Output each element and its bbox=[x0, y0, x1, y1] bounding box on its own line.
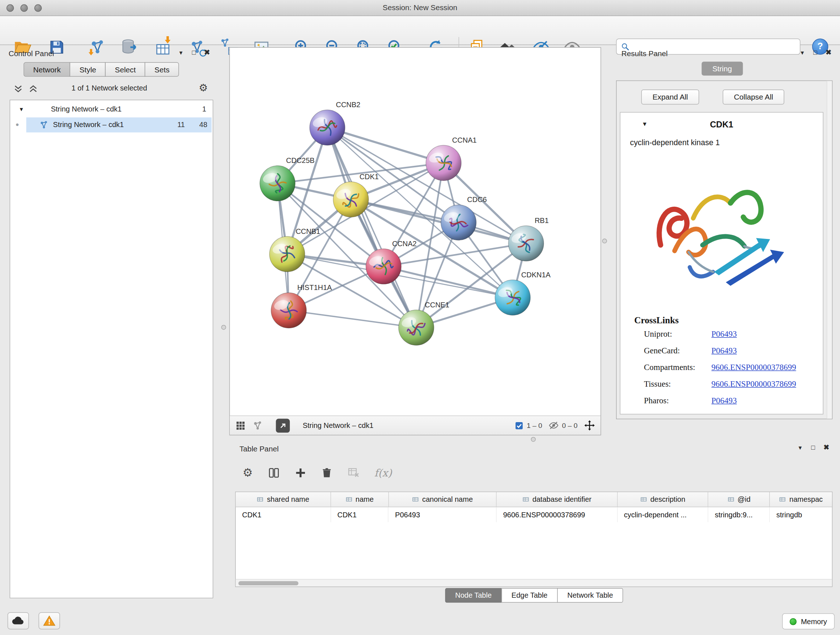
network-node-label: CDKN1A bbox=[521, 271, 551, 279]
collapse-all-button[interactable]: Collapse All bbox=[723, 89, 785, 104]
network-selection-status: 1 of 1 Network selected bbox=[4, 84, 215, 92]
tab-string-results[interactable]: String bbox=[702, 62, 743, 76]
birdseye-grid-icon[interactable] bbox=[235, 420, 246, 431]
protein-structure-image bbox=[639, 157, 800, 291]
network-share-icon[interactable] bbox=[252, 420, 263, 431]
string-network-icon bbox=[39, 120, 49, 130]
network-edge-count: 48 bbox=[199, 120, 207, 128]
crosslink-label: Pharos: bbox=[644, 396, 669, 405]
crosslink-label: Compartments: bbox=[644, 363, 695, 372]
table-panel-float-caret-icon[interactable]: ▼ bbox=[798, 445, 803, 451]
show-columns-icon[interactable] bbox=[267, 466, 280, 479]
application-window: Session: New Session ? Control Panel ▼ □ bbox=[0, 0, 840, 635]
results-content: Expand All Collapse All ▼ CDK1 cyclin-de… bbox=[616, 80, 832, 419]
node-table: shared name name canonical name database… bbox=[235, 492, 832, 587]
collection-caret-icon[interactable]: ▼ bbox=[19, 106, 24, 112]
tab-style[interactable]: Style bbox=[70, 62, 106, 77]
tab-network[interactable]: Network bbox=[24, 62, 70, 77]
tab-edge-table[interactable]: Edge Table bbox=[501, 588, 558, 603]
warnings-button[interactable] bbox=[39, 612, 60, 629]
table-settings-gear-icon[interactable]: ⚙ bbox=[243, 466, 253, 479]
cloud-icon bbox=[11, 614, 25, 628]
table-panel-close-icon[interactable]: ✖ bbox=[823, 443, 829, 451]
column-header[interactable]: description bbox=[617, 492, 708, 507]
results-panel-close-icon[interactable]: ✖ bbox=[826, 48, 831, 56]
crosslink-tissues-link[interactable]: 9606.ENSP00000378699 bbox=[712, 379, 796, 389]
results-scrollbar[interactable] bbox=[827, 81, 832, 419]
control-panel-float-caret-icon[interactable]: ▼ bbox=[178, 50, 184, 56]
network-edge[interactable] bbox=[289, 310, 416, 327]
network-row-selected[interactable]: ● String Network – cdk1 11 48 bbox=[10, 117, 213, 132]
main-toolbar: ? bbox=[0, 16, 840, 45]
network-options-gear-icon[interactable]: ⚙ bbox=[199, 81, 208, 94]
column-header[interactable]: name bbox=[331, 492, 389, 507]
network-edge[interactable] bbox=[327, 127, 444, 163]
table-horizontal-scrollbar[interactable] bbox=[236, 579, 832, 586]
crosslink-uniprot-link[interactable]: P06493 bbox=[712, 329, 737, 339]
control-panel-title: Control Panel bbox=[9, 49, 54, 58]
crosslink-genecard-link[interactable]: P06493 bbox=[712, 346, 737, 356]
current-network-name: String Network – cdk1 bbox=[303, 421, 374, 429]
crosslink-label: Uniprot: bbox=[644, 329, 672, 339]
crosslink-compartments-link[interactable]: 9606.ENSP00000378699 bbox=[712, 363, 796, 372]
network-view-panel: CCNB2CCNA1CDC25BCDK1CDC6RB1CCNB1CCNA2CDK… bbox=[229, 47, 601, 435]
column-header[interactable]: shared name bbox=[236, 492, 331, 507]
window-titlebar: Session: New Session bbox=[0, 0, 840, 16]
add-column-icon[interactable] bbox=[294, 467, 306, 479]
results-panel-float-caret-icon[interactable]: ▼ bbox=[799, 50, 805, 56]
results-panel-restore-icon[interactable]: □ bbox=[813, 49, 817, 57]
control-panel-tabs: Network Style Select Sets bbox=[24, 62, 179, 77]
network-view-footer: String Network – cdk1 1 – 0 0 – 0 bbox=[230, 416, 600, 435]
table-toolbar: ⚙ f(x) bbox=[243, 462, 392, 484]
control-panel-close-icon[interactable]: ✖ bbox=[204, 48, 210, 56]
network-collection-row[interactable]: ▼ String Network – cdk1 1 bbox=[10, 103, 213, 117]
cloud-sync-button[interactable] bbox=[8, 612, 29, 629]
table-row[interactable]: CDK1 CDK1 P06493 9606.ENSP00000378699 cy… bbox=[236, 507, 832, 522]
memory-label: Memory bbox=[801, 617, 827, 625]
selected-checkbox-icon[interactable] bbox=[515, 421, 523, 430]
control-panel-restore-icon[interactable]: □ bbox=[192, 49, 196, 57]
table-header-row: shared name name canonical name database… bbox=[236, 492, 832, 507]
network-node-label: CCNB2 bbox=[336, 101, 361, 109]
network-node-label: CCNA2 bbox=[392, 240, 417, 248]
tab-node-table[interactable]: Node Table bbox=[445, 588, 502, 603]
detach-view-button[interactable] bbox=[276, 418, 290, 432]
gene-section: ▼ CDK1 cyclin-dependent kinase 1 bbox=[620, 112, 823, 415]
delete-table-icon bbox=[347, 466, 360, 479]
network-node-label: CDK1 bbox=[360, 173, 379, 181]
network-edge[interactable] bbox=[327, 127, 416, 327]
splitter-handle[interactable] bbox=[221, 325, 226, 329]
window-zoom-button[interactable] bbox=[34, 4, 42, 12]
network-edge[interactable] bbox=[351, 200, 526, 243]
tab-network-table[interactable]: Network Table bbox=[557, 588, 623, 603]
column-header[interactable]: namespac bbox=[770, 492, 832, 507]
pan-crosshair-icon[interactable] bbox=[584, 420, 595, 431]
table-panel-restore-icon[interactable]: □ bbox=[811, 444, 815, 451]
function-builder-icon[interactable]: f(x) bbox=[374, 467, 392, 479]
arrow-ne-icon bbox=[278, 421, 288, 431]
hidden-eye-slash-icon[interactable] bbox=[549, 420, 559, 431]
expand-all-button[interactable]: Expand All bbox=[641, 89, 699, 104]
window-minimize-button[interactable] bbox=[20, 4, 28, 12]
column-header[interactable]: canonical name bbox=[388, 492, 497, 507]
network-node-label: CCNB1 bbox=[295, 227, 320, 235]
scrollbar-thumb[interactable] bbox=[238, 581, 298, 585]
warning-icon bbox=[43, 614, 56, 627]
network-bullet-icon: ● bbox=[16, 121, 19, 128]
memory-button[interactable]: Memory bbox=[782, 613, 835, 629]
column-header[interactable]: @id bbox=[708, 492, 770, 507]
tab-select[interactable]: Select bbox=[105, 62, 145, 77]
network-node-label: HIST1H1A bbox=[297, 283, 332, 291]
crosslink-pharos-link[interactable]: P06493 bbox=[712, 396, 737, 405]
delete-column-icon[interactable] bbox=[321, 467, 333, 479]
gene-symbol: CDK1 bbox=[621, 120, 823, 130]
network-canvas[interactable]: CCNB2CCNA1CDC25BCDK1CDC6RB1CCNB1CCNA2CDK… bbox=[230, 48, 600, 416]
window-close-button[interactable] bbox=[6, 4, 14, 12]
crosslink-label: GeneCard: bbox=[644, 346, 680, 356]
column-header[interactable]: database identifier bbox=[497, 492, 617, 507]
network-node-label: CCNA1 bbox=[452, 136, 477, 144]
tab-sets[interactable]: Sets bbox=[145, 62, 179, 77]
crosslinks-title: CrossLinks bbox=[634, 315, 679, 326]
splitter-handle[interactable] bbox=[531, 437, 536, 442]
splitter-handle[interactable] bbox=[602, 239, 607, 243]
